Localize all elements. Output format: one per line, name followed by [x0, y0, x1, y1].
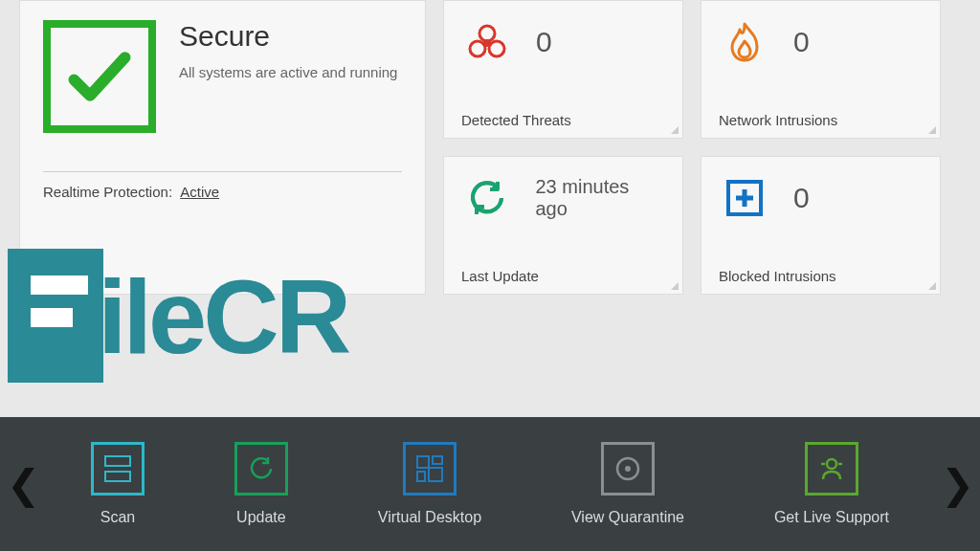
- virtual-desktop-icon: [403, 442, 457, 496]
- svg-point-13: [827, 459, 836, 469]
- toolbar-virtual-desktop-button[interactable]: Virtual Desktop: [368, 442, 491, 526]
- network-value: 0: [793, 26, 810, 58]
- svg-rect-10: [429, 468, 442, 481]
- svg-rect-9: [417, 472, 425, 481]
- svg-point-0: [479, 26, 495, 41]
- threats-label: Detected Threats: [461, 112, 665, 128]
- watermark-text: ileCR: [98, 255, 347, 377]
- tile-blocked-intrusions[interactable]: 0 Blocked Intrusions: [701, 156, 941, 295]
- tile-last-update[interactable]: 23 minutes ago Last Update: [443, 156, 683, 295]
- toolbar-support-label: Get Live Support: [774, 509, 889, 526]
- watermark-f-icon: [8, 249, 103, 383]
- toolbar-quarantine-button[interactable]: View Quarantine: [562, 442, 694, 526]
- toolbar-support-button[interactable]: Get Live Support: [765, 442, 899, 526]
- update-label: Last Update: [461, 268, 665, 284]
- realtime-label: Realtime Protection:: [43, 184, 172, 200]
- blocked-plus-icon: [719, 172, 770, 224]
- tile-detected-threats[interactable]: 0 Detected Threats: [443, 0, 683, 139]
- toolbar-next-arrow[interactable]: ❯: [934, 417, 980, 551]
- update-icon: [234, 442, 288, 496]
- realtime-protection-row[interactable]: Realtime Protection: Active: [43, 184, 402, 200]
- svg-rect-8: [433, 456, 442, 464]
- status-subtitle: All systems are active and running: [179, 62, 397, 82]
- threats-value: 0: [536, 26, 552, 58]
- watermark-logo: ileCR: [8, 249, 347, 383]
- svg-rect-6: [105, 472, 130, 481]
- realtime-value[interactable]: Active: [180, 184, 219, 200]
- toolbar-scan-button[interactable]: Scan: [81, 442, 154, 526]
- svg-point-2: [489, 41, 504, 56]
- scan-icon: [91, 442, 145, 496]
- svg-point-1: [470, 41, 485, 56]
- toolbar-virtual-label: Virtual Desktop: [378, 509, 481, 526]
- biohazard-icon: [461, 16, 513, 68]
- status-title: Secure: [179, 20, 397, 53]
- quarantine-icon: [601, 442, 655, 496]
- svg-point-12: [625, 466, 631, 472]
- toolbar-update-label: Update: [236, 509, 286, 526]
- bottom-toolbar: ❮ Scan Update Virtual Desktop View Quara…: [0, 417, 980, 551]
- flame-icon: [719, 16, 770, 68]
- blocked-value: 0: [793, 182, 810, 214]
- svg-rect-5: [105, 456, 130, 466]
- toolbar-scan-label: Scan: [100, 509, 135, 526]
- network-label: Network Intrusions: [719, 112, 923, 128]
- svg-rect-7: [417, 456, 429, 468]
- secure-check-icon: [43, 20, 156, 133]
- tile-network-intrusions[interactable]: 0 Network Intrusions: [701, 0, 941, 139]
- toolbar-prev-arrow[interactable]: ❮: [0, 417, 46, 551]
- toolbar-update-button[interactable]: Update: [225, 442, 298, 526]
- refresh-icon: [461, 172, 513, 224]
- svg-point-3: [483, 39, 491, 47]
- support-icon: [805, 442, 858, 496]
- update-value: 23 minutes ago: [536, 176, 666, 220]
- toolbar-quarantine-label: View Quarantine: [571, 509, 684, 526]
- blocked-label: Blocked Intrusions: [719, 268, 923, 284]
